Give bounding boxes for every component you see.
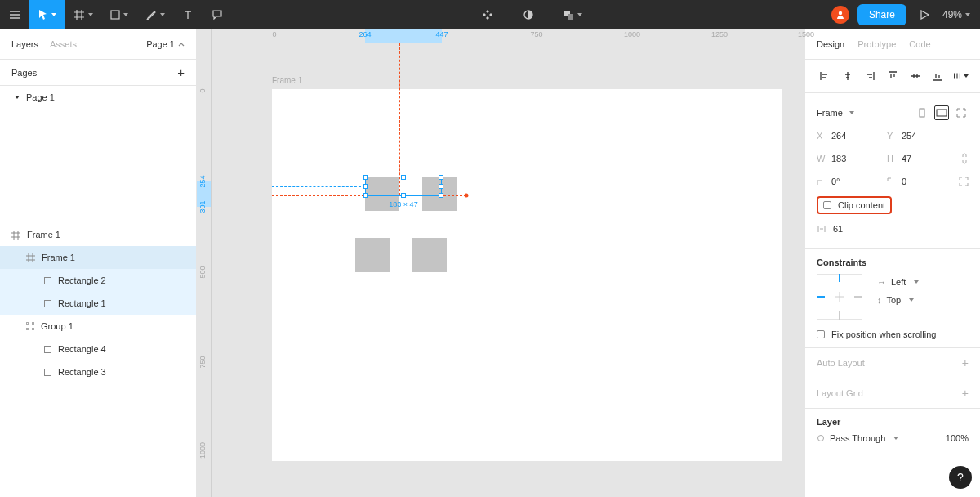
rotation-input[interactable]: 0°	[831, 177, 840, 186]
zoom-dropdown[interactable]: 49%	[942, 9, 970, 20]
rect-icon	[44, 346, 51, 353]
constraint-h-select[interactable]: ↔Left	[877, 277, 919, 287]
group-icon	[26, 322, 34, 330]
layer-tree: Frame 1Frame 1Rectangle 2Rectangle 1Grou…	[0, 223, 196, 497]
frame-type-dropdown[interactable]: Frame	[817, 108, 854, 118]
checkbox-icon	[817, 330, 825, 338]
tab-layers[interactable]: Layers	[11, 39, 38, 49]
tab-assets[interactable]: Assets	[50, 39, 77, 49]
chevron-down-icon	[577, 13, 582, 16]
align-left-icon[interactable]	[817, 68, 833, 84]
tab-code[interactable]: Code	[909, 39, 930, 49]
caret-down-icon	[15, 96, 20, 99]
chevron-down-icon	[964, 74, 969, 78]
add-page-button[interactable]: +	[177, 65, 185, 79]
canvas-shape[interactable]	[355, 238, 390, 272]
boolean-tool[interactable]	[555, 0, 590, 29]
page-dropdown[interactable]: Page 1	[146, 39, 185, 49]
radius-input[interactable]: 0	[902, 177, 906, 186]
constraint-widget[interactable]	[817, 274, 862, 320]
constraint-v-select[interactable]: ↕Top	[877, 295, 919, 305]
avatar[interactable]	[831, 6, 849, 24]
move-tool[interactable]	[29, 0, 65, 29]
frame-icon	[26, 253, 35, 262]
align-hcenter-icon[interactable]	[840, 68, 856, 84]
align-bottom-icon[interactable]	[929, 68, 946, 84]
svg-point-7	[818, 436, 824, 441]
ruler-corner	[197, 29, 212, 43]
svg-rect-5	[920, 109, 924, 117]
plus-icon[interactable]: +	[962, 356, 969, 369]
svg-point-4	[839, 11, 842, 14]
comment-tool[interactable]	[203, 0, 232, 29]
checkbox-icon	[823, 201, 831, 209]
selection-box[interactable]: 183 × 47	[365, 177, 442, 196]
resize-to-fit-icon[interactable]	[954, 105, 969, 120]
canvas-stage[interactable]: Frame 1183 × 47	[212, 43, 804, 497]
topbar: Share 49%	[0, 0, 980, 29]
menu-button[interactable]	[0, 0, 29, 29]
layer-row[interactable]: Rectangle 4	[0, 338, 196, 360]
spacing-input[interactable]: 61	[833, 224, 843, 234]
plus-icon[interactable]: +	[962, 387, 969, 400]
layer-row[interactable]: Group 1	[0, 315, 196, 338]
help-button[interactable]: ?	[949, 466, 972, 489]
pages-header: Pages	[11, 68, 37, 78]
rect-icon	[44, 277, 51, 284]
link-dimensions-icon[interactable]	[960, 153, 969, 164]
shape-tool[interactable]	[101, 0, 137, 29]
mask-icon[interactable]	[514, 0, 543, 29]
align-vcenter-icon[interactable]	[907, 68, 924, 84]
layer-row[interactable]: Frame 1	[0, 223, 196, 246]
svg-rect-0	[111, 11, 119, 19]
frame-icon	[11, 231, 20, 240]
chevron-down-icon	[88, 13, 93, 16]
orient-landscape[interactable]	[934, 105, 949, 120]
opacity-input[interactable]: 100%	[946, 433, 969, 443]
frame-tool[interactable]	[65, 0, 101, 29]
blend-mode-select[interactable]: Pass Through	[817, 433, 898, 443]
layer-row[interactable]: Rectangle 3	[0, 360, 196, 383]
tab-prototype[interactable]: Prototype	[858, 39, 896, 49]
right-panel: Design Prototype Code Frame	[804, 29, 980, 497]
selection-dimensions: 183 × 47	[389, 200, 417, 208]
ruler-vertical[interactable]: 02543015007501000	[197, 43, 212, 497]
constraints-title: Constraints	[817, 257, 969, 267]
distribute-icon[interactable]	[952, 68, 969, 84]
orient-portrait[interactable]	[915, 105, 929, 120]
left-panel: Layers Assets Page 1 Pages + Page 1 Fram…	[0, 29, 197, 497]
auto-layout-section[interactable]: Auto Layout+	[805, 348, 980, 378]
y-input[interactable]: 254	[902, 131, 916, 141]
rect-icon	[44, 369, 51, 376]
ruler-horizontal[interactable]: 0264447750100012501500	[212, 29, 804, 43]
canvas[interactable]: 0264447750100012501500 02543015007501000…	[197, 29, 804, 497]
text-tool[interactable]	[173, 0, 203, 29]
layer-row[interactable]: Rectangle 2	[0, 269, 196, 292]
independent-corners-icon[interactable]	[959, 177, 969, 186]
canvas-shape[interactable]	[412, 238, 447, 272]
pen-tool[interactable]	[137, 0, 173, 29]
fix-position-checkbox[interactable]: Fix position when scrolling	[817, 329, 969, 339]
layer-row[interactable]: Rectangle 1	[0, 292, 196, 315]
chevron-down-icon	[123, 13, 128, 16]
align-top-icon[interactable]	[884, 68, 901, 84]
share-button[interactable]: Share	[858, 4, 906, 25]
frame-label[interactable]: Frame 1	[272, 76, 302, 85]
layer-row[interactable]: Frame 1	[0, 246, 196, 269]
tab-design[interactable]: Design	[817, 39, 844, 49]
layout-grid-section[interactable]: Layout Grid+	[805, 378, 980, 409]
canvas-frame[interactable]: Frame 1	[272, 89, 782, 461]
w-input[interactable]: 183	[831, 154, 846, 163]
align-right-icon[interactable]	[862, 68, 878, 84]
clip-content-checkbox[interactable]: Clip content	[817, 196, 892, 214]
components-icon[interactable]	[473, 0, 502, 29]
x-input[interactable]: 264	[831, 131, 846, 141]
chevron-down-icon	[160, 13, 165, 16]
chevron-down-icon	[965, 13, 970, 16]
h-input[interactable]: 47	[902, 154, 911, 163]
page-row[interactable]: Page 1	[0, 86, 196, 109]
chevron-down-icon	[51, 13, 56, 16]
present-button[interactable]	[915, 0, 934, 29]
layer-section-title: Layer	[817, 417, 969, 427]
rect-icon	[44, 300, 51, 307]
